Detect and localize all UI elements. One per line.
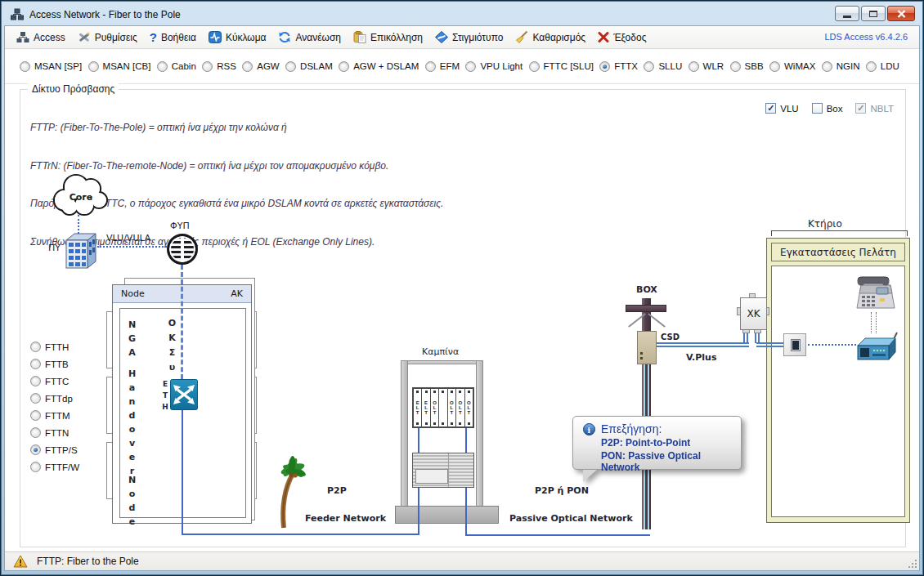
radio-icon xyxy=(30,376,41,386)
toolbar-label: Καθαρισμός xyxy=(532,32,585,43)
node-side-tab xyxy=(106,311,113,368)
radio-icon xyxy=(157,61,168,72)
tech-radio-ldu[interactable]: LDU xyxy=(866,61,899,72)
maximize-button[interactable] xyxy=(861,6,886,21)
toolbar-label: Στιγμιότυπο xyxy=(452,32,503,43)
toolbar-label: Access xyxy=(34,32,65,43)
nga-vertical-label: NGA xyxy=(127,319,137,361)
client-area: Access Ρυθμίσεις ? Βοήθεια Κύκλωμα xyxy=(4,25,920,571)
maximize-icon xyxy=(869,11,877,17)
shelf-slot: OLT xyxy=(431,389,439,426)
ftt-radio-fttc[interactable]: FTTC xyxy=(30,376,79,386)
passive-optical-network-label: Passive Optical Network xyxy=(509,513,633,524)
ftt-radio-fttn[interactable]: FTTN xyxy=(30,427,79,438)
tech-radio-vpu-light[interactable]: VPU Light xyxy=(465,61,523,72)
pole-fiber-stripe xyxy=(644,364,645,529)
switch-down-line xyxy=(182,409,183,534)
telephone-icon xyxy=(854,275,897,311)
radio-icon-selected xyxy=(599,61,610,72)
feeder-bottom-line xyxy=(182,534,419,535)
toolbar-item-help[interactable]: ? Βοήθεια xyxy=(145,29,204,46)
node-side-tab xyxy=(106,442,113,499)
radio-icon xyxy=(88,61,99,72)
toolbar-item-refresh[interactable]: Ανανέωση xyxy=(273,29,348,46)
checkbox-unchecked-icon xyxy=(812,103,823,114)
checkbox-nblt: ✓NBLT xyxy=(855,103,894,114)
tooltip-body: i Επεξήγηση: P2P: Point-to-Point PON: Pa… xyxy=(572,416,742,470)
ftt-options: FTTH FTTB FTTC FTTdp FTTM FTTN FTTP/S FT… xyxy=(30,342,79,472)
p2p-pon-label: P2P ή PON xyxy=(535,485,589,496)
pon-bottom-line xyxy=(465,534,650,536)
oksy-vertical-label: ΟΚΣυ xyxy=(167,318,177,377)
radio-icon xyxy=(20,61,30,72)
olt-shelf: ELT ELT OLT OLT OLT OLT xyxy=(412,387,474,428)
titlebar[interactable]: Access Network - Fiber to the Pole xyxy=(4,3,920,25)
tech-radio-agw-dslam[interactable]: AGW + DSLAM xyxy=(339,61,419,72)
cpe-router-icon xyxy=(854,331,899,365)
resize-grip[interactable] xyxy=(907,558,917,568)
premises-label: Εγκαταστάσεις Πελάτη xyxy=(780,247,896,258)
window-frame: Access Network - Fiber to the Pole Acces… xyxy=(1,1,923,575)
toolbar-item-clean[interactable]: Καθαρισμός xyxy=(510,29,593,46)
pole-crossarm xyxy=(626,305,666,312)
access-network-groupbox: Δίκτυο Πρόσβασης ✓VLU Box ✓NBLT FTTP: (F… xyxy=(20,89,906,547)
box-label: BOX xyxy=(636,284,657,295)
checkbox-box[interactable]: Box xyxy=(812,103,843,114)
tech-radio-dslam[interactable]: DSLAM xyxy=(285,61,333,72)
checkbox-vlu[interactable]: ✓VLU xyxy=(765,103,798,114)
tech-radio-msan-cb[interactable]: MSAN [CB] xyxy=(88,61,151,72)
close-button[interactable] xyxy=(887,6,915,21)
toolbar-item-paste[interactable]: Επικόλληση xyxy=(348,29,430,46)
vplus-label: V.Plus xyxy=(686,352,717,363)
status-message: FTTP: Fiber to the Pole xyxy=(37,556,139,567)
xk-right-stub-lines xyxy=(755,332,760,343)
toolbar: Access Ρυθμίσεις ? Βοήθεια Κύκλωμα xyxy=(5,26,919,49)
description-text: FTTP: (Fiber-To-The-Pole) = οπτική ίνα μ… xyxy=(30,96,443,274)
tech-radio-cabin[interactable]: Cabin xyxy=(157,61,196,72)
tech-radio-sbb[interactable]: SBB xyxy=(730,61,764,72)
tech-radio-fttc-slu[interactable]: FTTC [SLU] xyxy=(529,61,594,72)
tech-radio-ngin[interactable]: NGIN xyxy=(822,61,860,72)
ftt-radio-fttps[interactable]: FTTP/S xyxy=(30,444,79,455)
toolbar-item-exit[interactable]: Έξοδος xyxy=(593,29,653,46)
toolbar-item-circuit[interactable]: Κύκλωμα xyxy=(204,29,274,46)
tech-radio-efm[interactable]: EFM xyxy=(425,61,460,72)
customer-premises-header: Εγκαταστάσεις Πελάτη xyxy=(771,243,905,261)
xk-to-socket-lines xyxy=(756,342,784,347)
dslam-equipment xyxy=(412,453,474,488)
tech-radio-wimax[interactable]: WiMAX xyxy=(769,61,815,72)
radio-icon xyxy=(30,410,41,421)
toolbar-label: Έξοδος xyxy=(613,32,646,43)
node-side-tab xyxy=(250,311,257,368)
ftt-radio-fttdp[interactable]: FTTdp xyxy=(30,393,79,404)
ftt-radio-fttm[interactable]: FTTM xyxy=(30,410,79,421)
csd-box xyxy=(637,331,657,364)
status-bar: FTTP: Fiber to the Pole xyxy=(5,551,919,570)
ftt-radio-ftth[interactable]: FTTH xyxy=(30,342,79,352)
tech-radio-agw[interactable]: AGW xyxy=(242,61,279,72)
svg-text:i: i xyxy=(588,425,591,434)
toolbar-item-settings[interactable]: Ρυθμίσεις xyxy=(73,29,145,46)
tech-radio-fttx[interactable]: FTTX xyxy=(599,61,638,72)
description-line: FTTP: (Fiber-To-The-Pole) = οπτική ίνα μ… xyxy=(30,122,443,135)
checkbox-disabled-checked-icon: ✓ xyxy=(855,103,866,114)
tech-radio-sllu[interactable]: SLLU xyxy=(644,61,682,72)
description-line: Παρόμοιο με το FTTC, ο πάροχος εγκαθιστά… xyxy=(30,198,443,211)
description-line: FTTrN: (Fiber-To-The-remote-Node) = οπτι… xyxy=(30,160,443,173)
xk-side-knob xyxy=(765,307,769,315)
tech-radio-msan-sp[interactable]: MSAN [SP] xyxy=(20,61,82,72)
separator-line xyxy=(5,83,919,84)
shelf-slot: OLT xyxy=(448,389,456,426)
node-header: Node AK xyxy=(113,285,251,303)
minimize-icon xyxy=(843,16,851,18)
ftt-radio-fttb[interactable]: FTTB xyxy=(30,359,79,369)
tech-radio-rss[interactable]: RSS xyxy=(202,61,236,72)
toolbar-item-snapshot[interactable]: Στιγμιότυπο xyxy=(430,29,510,46)
ftt-radio-fttfw[interactable]: FTTF/W xyxy=(30,462,79,472)
toolbar-item-access[interactable]: Access xyxy=(11,29,73,46)
radio-icon xyxy=(242,61,253,72)
tech-radio-wlr[interactable]: WLR xyxy=(689,61,724,72)
node-side-tab xyxy=(106,377,113,434)
minimize-button[interactable] xyxy=(835,6,859,21)
radio-icon xyxy=(425,61,436,72)
